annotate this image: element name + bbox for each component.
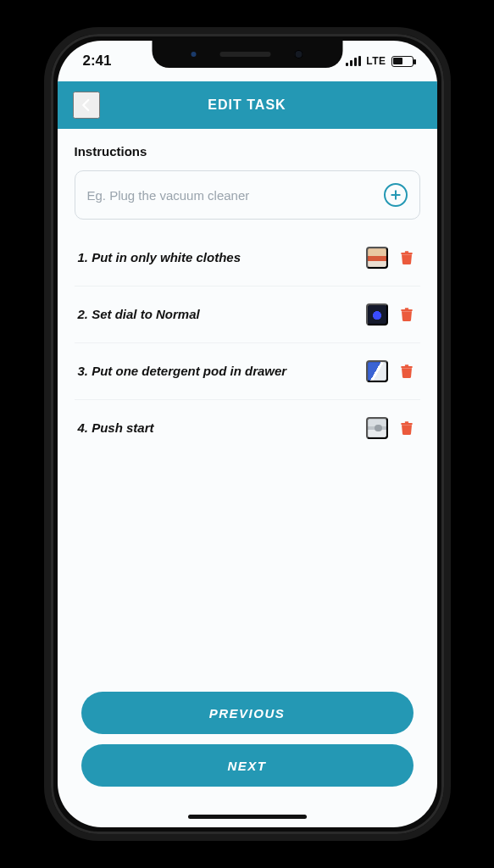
instruction-text: 1. Put in only white clothes bbox=[78, 249, 358, 266]
trash-icon bbox=[399, 249, 414, 266]
instruction-item: 2. Set dial to Normal bbox=[75, 287, 420, 343]
svg-rect-5 bbox=[404, 308, 408, 309]
stage: 2:41 LTE EDIT TASK Instructions bbox=[0, 0, 494, 868]
phone-frame: 2:41 LTE EDIT TASK Instructions bbox=[44, 27, 451, 841]
trash-icon bbox=[399, 306, 414, 323]
instruction-text: 4. Push start bbox=[78, 420, 358, 437]
back-button[interactable] bbox=[73, 92, 100, 119]
instruction-text: 3. Put one detergent pod in drawer bbox=[78, 363, 358, 380]
page-title: EDIT TASK bbox=[208, 97, 286, 113]
delete-instruction-button[interactable] bbox=[397, 361, 417, 381]
svg-rect-2 bbox=[401, 253, 413, 254]
new-instruction-input[interactable] bbox=[87, 188, 384, 203]
instruction-item: 3. Put one detergent pod in drawer bbox=[75, 343, 420, 400]
delete-instruction-button[interactable] bbox=[397, 248, 417, 268]
svg-rect-4 bbox=[401, 309, 413, 311]
status-time: 2:41 bbox=[83, 53, 112, 70]
screen: 2:41 LTE EDIT TASK Instructions bbox=[58, 41, 437, 827]
nav-bar: EDIT TASK bbox=[58, 81, 437, 129]
phone-power-button bbox=[448, 246, 451, 327]
notch-speaker bbox=[220, 52, 271, 57]
status-right: LTE bbox=[346, 55, 413, 67]
delete-instruction-button[interactable] bbox=[397, 418, 417, 438]
instruction-item: 4. Push start bbox=[75, 400, 420, 456]
trash-icon bbox=[399, 363, 414, 380]
notch-sensor-icon bbox=[191, 52, 197, 57]
section-label-instructions: Instructions bbox=[75, 144, 420, 159]
plus-icon bbox=[389, 188, 402, 202]
svg-rect-6 bbox=[401, 366, 413, 368]
cellular-signal-icon bbox=[346, 56, 361, 66]
instruction-list: 1. Put in only white clothes 2. Set dial… bbox=[75, 230, 420, 456]
svg-rect-3 bbox=[404, 251, 408, 253]
new-instruction-row bbox=[75, 170, 420, 220]
instruction-thumbnail[interactable] bbox=[366, 247, 388, 269]
next-button[interactable]: NEXT bbox=[81, 744, 414, 787]
svg-rect-8 bbox=[401, 423, 413, 425]
network-type-label: LTE bbox=[366, 55, 386, 67]
phone-notch bbox=[152, 41, 342, 68]
chevron-left-icon bbox=[79, 97, 94, 113]
previous-button[interactable]: PREVIOUS bbox=[81, 692, 414, 734]
add-instruction-button[interactable] bbox=[384, 183, 408, 207]
instruction-item: 1. Put in only white clothes bbox=[75, 230, 420, 287]
content: Instructions 1. Put in only white clothe… bbox=[58, 129, 437, 827]
instruction-text: 2. Set dial to Normal bbox=[78, 306, 358, 323]
notch-camera-icon bbox=[295, 50, 303, 58]
phone-volume-down bbox=[44, 305, 47, 363]
trash-icon bbox=[399, 420, 414, 437]
instruction-thumbnail[interactable] bbox=[366, 360, 388, 382]
phone-volume-up bbox=[44, 237, 47, 295]
home-indicator[interactable] bbox=[188, 815, 307, 819]
battery-icon bbox=[391, 56, 414, 67]
bottom-actions: PREVIOUS NEXT bbox=[75, 687, 420, 822]
instruction-thumbnail[interactable] bbox=[366, 303, 388, 326]
instruction-thumbnail[interactable] bbox=[366, 417, 388, 439]
delete-instruction-button[interactable] bbox=[397, 304, 417, 325]
svg-rect-9 bbox=[404, 421, 408, 423]
phone-side-switch bbox=[44, 186, 47, 217]
svg-rect-7 bbox=[404, 364, 408, 366]
